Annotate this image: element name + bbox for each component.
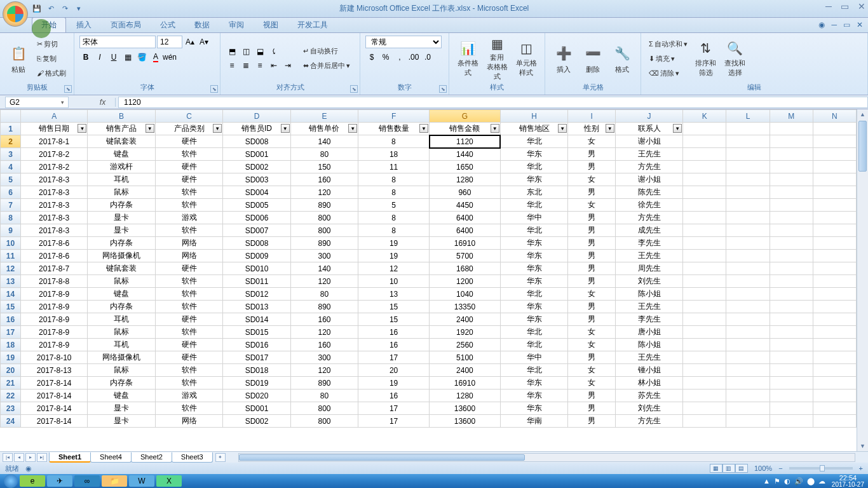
close-button[interactable]: ✕ [858,1,865,11]
cell-G23[interactable]: 13600 [430,402,501,415]
minimize-button[interactable]: ─ [825,1,832,11]
cell-M16[interactable] [770,313,813,326]
cell-I5[interactable]: 女 [568,173,616,186]
cell-C23[interactable]: 软件 [155,402,222,415]
copy-button[interactable]: ⎘复制 [34,52,69,65]
cell-I17[interactable]: 女 [568,326,616,339]
cell-G2[interactable]: 1120 [430,135,501,148]
cell-K19[interactable] [683,351,726,364]
cell-H7[interactable]: 华北 [500,199,567,212]
cell-K20[interactable] [683,364,726,377]
cell-C15[interactable]: 软件 [155,301,222,313]
new-sheet-button[interactable]: ✦ [215,453,226,462]
cell-J19[interactable]: 王先生 [615,351,682,364]
cell-H16[interactable]: 华东 [500,313,567,326]
cell-F15[interactable]: 15 [358,301,430,313]
cell-C16[interactable]: 硬件 [155,313,222,326]
cell-B18[interactable]: 耳机 [88,339,155,351]
format-cells-button[interactable]: 🔧格式 [609,37,635,79]
cell-H11[interactable]: 华东 [500,250,567,262]
cell-D3[interactable]: SD001 [223,148,290,161]
office-button[interactable] [3,1,28,27]
fx-button[interactable]: fx [94,98,116,107]
sheet-tab-Sheet1[interactable]: Sheet1 [49,452,91,463]
cell-F12[interactable]: 12 [358,262,430,275]
cell-A9[interactable]: 2017-8-3 [20,224,87,237]
cell-E23[interactable]: 800 [290,402,358,415]
filter-button[interactable]: ▼ [78,124,86,133]
redo-icon[interactable]: ↷ [60,4,70,14]
row-header-12[interactable]: 12 [1,262,21,275]
cell-E9[interactable]: 800 [290,224,358,237]
cell-A6[interactable]: 2017-8-3 [20,186,87,199]
cell-M21[interactable] [770,377,813,390]
indent-decrease-icon[interactable]: ⇤ [268,59,280,72]
cell-K8[interactable] [683,212,726,224]
cell-F21[interactable]: 19 [358,377,430,390]
cell-M13[interactable] [770,275,813,288]
hscroll-thumb[interactable] [239,454,525,461]
cell-C12[interactable]: 硬件 [155,262,222,275]
orientation-icon[interactable]: ⤹ [268,45,280,58]
cell-D2[interactable]: SD008 [223,135,290,148]
col-header-E[interactable]: E [290,110,358,123]
header-cell[interactable]: 销售单价▼ [290,123,358,135]
cell-H18[interactable]: 华北 [500,339,567,351]
cell-J11[interactable]: 王先生 [615,250,682,262]
cell-M19[interactable] [770,351,813,364]
cell-D9[interactable]: SD007 [223,224,290,237]
cell-I13[interactable]: 男 [568,275,616,288]
cell-K3[interactable] [683,148,726,161]
cell-M23[interactable] [770,402,813,415]
cell-E17[interactable]: 120 [290,326,358,339]
cell-B9[interactable]: 显卡 [88,224,155,237]
cell-F8[interactable]: 8 [358,212,430,224]
wrap-text-button[interactable]: ↵自动换行 [301,44,353,58]
cell-N12[interactable] [813,262,856,275]
filter-button[interactable]: ▼ [213,124,222,133]
row-header-22[interactable]: 22 [1,390,21,402]
cell-M10[interactable] [770,237,813,250]
ribbon-tab-0[interactable]: 开始 [32,17,66,32]
cell-A14[interactable]: 2017-8-9 [20,288,87,301]
clock-date[interactable]: 2017-10-27 [832,482,864,488]
cell-D17[interactable]: SD015 [223,326,290,339]
cell-I19[interactable]: 男 [568,351,616,364]
cell-M6[interactable] [770,186,813,199]
cell-K18[interactable] [683,339,726,351]
cell-I9[interactable]: 男 [568,224,616,237]
cell-D12[interactable]: SD010 [223,262,290,275]
sheet-tab-Sheet4[interactable]: Sheet4 [90,452,132,463]
align-right-icon[interactable]: ≡ [254,59,266,72]
col-header-M[interactable]: M [770,110,813,123]
cell-E21[interactable]: 890 [290,377,358,390]
cell-J24[interactable]: 方先生 [615,415,682,428]
row-header-5[interactable]: 5 [1,173,21,186]
cell-C9[interactable]: 软件 [155,224,222,237]
col-header-H[interactable]: H [500,110,567,123]
row-header-4[interactable]: 4 [1,161,21,173]
cell-J9[interactable]: 成先生 [615,224,682,237]
cell-D14[interactable]: SD012 [223,288,290,301]
qat-customize-icon[interactable]: ▾ [74,4,84,14]
header-cell[interactable]: 销售金额▼ [430,123,501,135]
cell-I18[interactable]: 女 [568,339,616,351]
cut-button[interactable]: ✂剪切 [34,37,69,51]
cell-L5[interactable] [726,173,770,186]
cell-C7[interactable]: 软件 [155,199,222,212]
decrease-font-icon[interactable]: A▾ [198,36,210,48]
cell-I24[interactable]: 男 [568,415,616,428]
cell-D13[interactable]: SD011 [223,275,290,288]
cell-A20[interactable]: 2017-8-13 [20,364,87,377]
app-restore-icon[interactable]: ▭ [843,20,850,29]
zoom-in-icon[interactable]: + [859,464,863,472]
ribbon-tab-1[interactable]: 插入 [67,18,100,32]
cell-B5[interactable]: 耳机 [88,173,155,186]
cell-M20[interactable] [770,364,813,377]
increase-decimal-icon[interactable]: .00 [407,51,420,64]
cell-K21[interactable] [683,377,726,390]
filter-button[interactable]: ▼ [146,124,154,133]
cell-C8[interactable]: 游戏 [155,212,222,224]
cell-I15[interactable]: 男 [568,301,616,313]
tray-icon[interactable]: 🔊 [794,477,803,485]
